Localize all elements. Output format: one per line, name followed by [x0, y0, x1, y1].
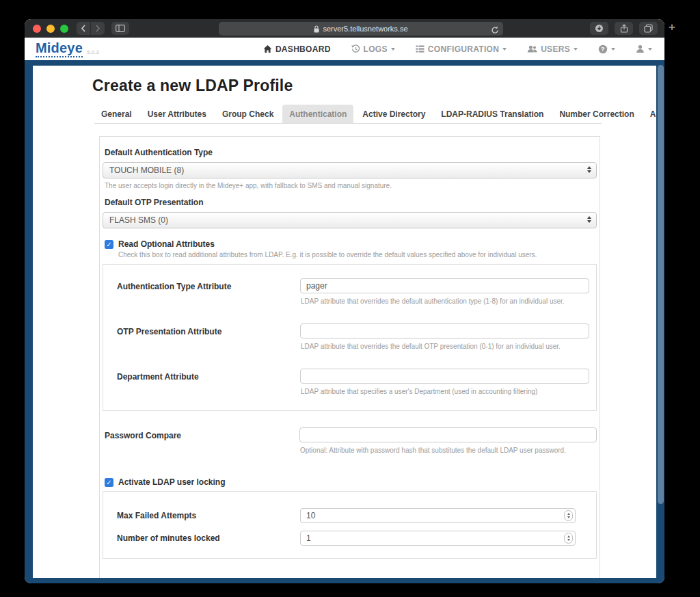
tab-ldap-radius-translation[interactable]: LDAP-RADIUS Translation [434, 105, 550, 123]
app-version: 5.0.3 [87, 49, 99, 57]
menu-item-dashboard[interactable]: DASHBOARD [263, 44, 331, 54]
select-value: FLASH SMS (0) [109, 215, 168, 225]
home-icon [263, 44, 272, 53]
minutes-locked-label: Number of minutes locked [110, 533, 300, 543]
menu-label: LOGS [364, 44, 388, 54]
chevron-down-icon [611, 48, 615, 51]
tab-user-attributes[interactable]: User Attributes [141, 105, 213, 123]
share-button[interactable] [615, 22, 633, 35]
list-icon [416, 44, 425, 53]
auth-type-attr-help: LDAP attribute that overrides the defaul… [301, 297, 589, 305]
dept-attr-help: LDAP attribute that specifies a user's D… [301, 388, 589, 395]
new-tab-plus[interactable]: + [669, 21, 675, 34]
optional-attributes-box: Authentication Type Attribute LDAP attri… [103, 264, 597, 411]
browser-toolbar: server5.tellusnetworks.se [25, 19, 664, 38]
close-window-button[interactable] [33, 25, 41, 33]
menu-item-configuration[interactable]: CONFIGURATION [416, 44, 507, 54]
app-navbar: Mideye 5.0.3 DASHBOARD LOGS [25, 38, 664, 60]
menu-item-help[interactable]: ? [598, 44, 615, 54]
main-menu: DASHBOARD LOGS CONFIGURATION [263, 44, 654, 54]
default-auth-type-label: Default Authentication Type [105, 148, 597, 157]
chevron-right-icon [95, 25, 100, 32]
mideye-logo[interactable]: Mideye [36, 41, 83, 57]
menu-label: DASHBOARD [275, 44, 331, 54]
tabs-icon [644, 24, 653, 33]
user-icon [636, 44, 645, 53]
browser-forward-button[interactable] [91, 22, 105, 35]
page-frame: Create a new LDAP Profile General User A… [25, 60, 664, 583]
browser-back-button[interactable] [77, 22, 90, 35]
chevron-down-icon [391, 48, 395, 51]
address-bar[interactable]: server5.tellusnetworks.se [219, 22, 503, 36]
tab-number-correction[interactable]: Number Correction [552, 105, 641, 123]
activate-locking-label: Activate LDAP user locking [118, 477, 226, 487]
password-compare-input[interactable] [299, 427, 597, 442]
chevron-down-icon [574, 48, 578, 51]
page-content: Create a new LDAP Profile General User A… [33, 66, 656, 578]
sidebar-icon [116, 25, 125, 32]
select-caret-icon [587, 166, 591, 173]
dept-attr-label: Department Attribute [110, 369, 300, 405]
max-failed-label: Max Failed Attempts [110, 511, 300, 520]
default-otp-label: Default OTP Presentation [105, 198, 597, 207]
page-scrollbar[interactable] [658, 65, 664, 504]
svg-text:?: ? [601, 46, 605, 53]
history-icon [351, 44, 360, 53]
menu-item-account[interactable] [636, 44, 652, 53]
profile-tabs: General User Attributes Group Check Auth… [94, 105, 602, 124]
otp-attr-label: OTP Presentation Attribute [110, 323, 300, 360]
number-stepper[interactable] [564, 533, 573, 544]
menu-item-users[interactable]: USERS [527, 44, 578, 54]
password-compare-help: Optional: Attribute with password hash t… [300, 447, 597, 454]
chevron-down-icon [502, 48, 507, 51]
auth-type-attr-input[interactable] [300, 278, 589, 293]
menu-label: CONFIGURATION [428, 44, 499, 54]
select-caret-icon [587, 216, 591, 223]
minutes-locked-input[interactable] [300, 531, 576, 546]
desktop-background: server5.tellusnetworks.se Mideye [0, 0, 700, 597]
users-icon [527, 44, 537, 53]
window-controls [33, 25, 68, 33]
chevron-left-icon [81, 25, 86, 32]
tab-advanced[interactable]: Advanced [643, 105, 656, 123]
sidebar-toggle-button[interactable] [111, 22, 129, 35]
default-auth-type-help: The user accepts login directly in the M… [105, 182, 597, 189]
lock-icon [314, 25, 319, 33]
tab-authentication[interactable]: Authentication [282, 105, 353, 123]
user-locking-box: Max Failed Attempts Number of minutes lo… [103, 491, 597, 559]
otp-attr-input[interactable] [300, 323, 589, 339]
tab-active-directory[interactable]: Active Directory [355, 105, 432, 123]
read-optional-label: Read Optional Attributes [118, 239, 215, 249]
menu-label: USERS [541, 44, 570, 54]
default-auth-type-select[interactable]: TOUCH MOBILE (8) [103, 162, 597, 178]
max-failed-input[interactable] [300, 508, 576, 523]
tab-overview-button[interactable] [639, 22, 658, 35]
downloads-button[interactable] [590, 22, 608, 35]
password-compare-label: Password Compare [103, 427, 299, 464]
auth-type-attr-label: Authentication Type Attribute [110, 278, 300, 315]
default-otp-select[interactable]: FLASH SMS (0) [103, 212, 597, 228]
number-stepper[interactable] [564, 510, 573, 521]
minimize-window-button[interactable] [46, 25, 55, 33]
url-text: server5.tellusnetworks.se [323, 25, 407, 33]
page-title: Create a new LDAP Profile [92, 77, 602, 95]
download-icon [595, 24, 604, 33]
chevron-down-icon [648, 48, 652, 51]
read-optional-checkbox[interactable]: ✓ [105, 240, 113, 249]
authentication-form-panel: Default Authentication Type TOUCH MOBILE… [99, 136, 600, 578]
menu-item-logs[interactable]: LOGS [351, 44, 395, 54]
browser-window: server5.tellusnetworks.se Mideye [25, 19, 664, 583]
reload-icon [491, 26, 499, 34]
select-value: TOUCH MOBILE (8) [109, 165, 184, 175]
read-optional-help: Check this box to read additional attrib… [118, 251, 597, 258]
zoom-window-button[interactable] [60, 25, 68, 33]
activate-locking-checkbox[interactable]: ✓ [105, 478, 113, 487]
otp-attr-help: LDAP attribute that overrides the defaul… [301, 343, 589, 350]
reload-button[interactable] [491, 25, 499, 37]
share-icon [620, 24, 628, 33]
question-circle-icon: ? [598, 44, 608, 54]
tab-general[interactable]: General [94, 105, 139, 123]
tab-group-check[interactable]: Group Check [215, 105, 280, 123]
dept-attr-input[interactable] [300, 369, 589, 384]
